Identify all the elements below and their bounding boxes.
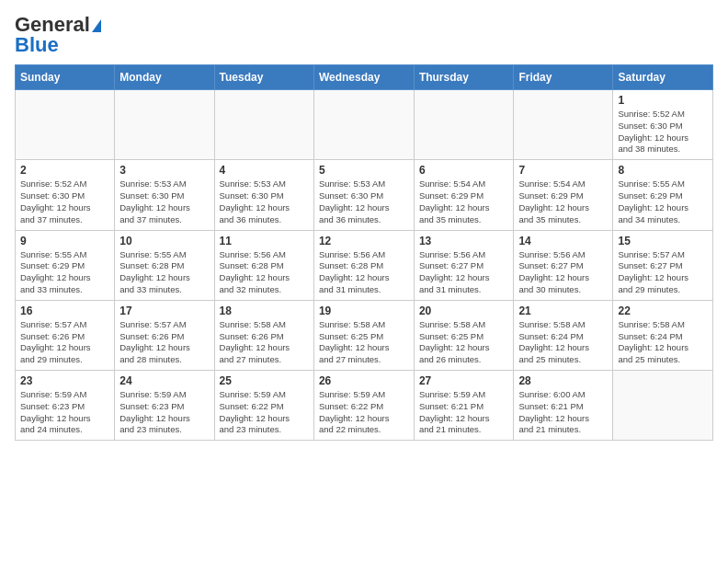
day-info: Sunrise: 5:57 AM Sunset: 6:26 PM Dayligh… [119, 319, 209, 366]
day-cell: 25Sunrise: 5:59 AM Sunset: 6:22 PM Dayli… [214, 371, 313, 441]
day-cell [214, 90, 313, 160]
day-cell: 10Sunrise: 5:55 AM Sunset: 6:28 PM Dayli… [115, 230, 214, 300]
day-number: 21 [518, 304, 608, 317]
day-number: 9 [20, 235, 109, 247]
day-info: Sunrise: 5:56 AM Sunset: 6:27 PM Dayligh… [419, 249, 509, 296]
day-info: Sunrise: 5:59 AM Sunset: 6:23 PM Dayligh… [20, 389, 109, 436]
day-cell: 12Sunrise: 5:56 AM Sunset: 6:28 PM Dayli… [313, 230, 414, 300]
day-cell [514, 90, 613, 160]
day-cell: 6Sunrise: 5:54 AM Sunset: 6:29 PM Daylig… [414, 160, 514, 230]
day-info: Sunrise: 5:59 AM Sunset: 6:23 PM Dayligh… [119, 389, 209, 436]
day-cell: 20Sunrise: 5:58 AM Sunset: 6:25 PM Dayli… [414, 300, 514, 370]
week-row-1: 1Sunrise: 5:52 AM Sunset: 6:30 PM Daylig… [16, 90, 713, 160]
day-info: Sunrise: 5:53 AM Sunset: 6:30 PM Dayligh… [119, 178, 209, 225]
day-info: Sunrise: 5:58 AM Sunset: 6:26 PM Dayligh… [220, 319, 309, 366]
weekday-header-thursday: Thursday [414, 65, 514, 90]
day-cell: 8Sunrise: 5:55 AM Sunset: 6:29 PM Daylig… [613, 160, 713, 230]
day-cell: 28Sunrise: 6:00 AM Sunset: 6:21 PM Dayli… [514, 371, 613, 441]
day-info: Sunrise: 5:58 AM Sunset: 6:24 PM Dayligh… [618, 319, 708, 366]
day-cell: 9Sunrise: 5:55 AM Sunset: 6:29 PM Daylig… [16, 230, 115, 300]
day-info: Sunrise: 5:54 AM Sunset: 6:29 PM Dayligh… [419, 178, 509, 225]
day-number: 27 [419, 374, 509, 387]
day-number: 25 [220, 374, 309, 387]
day-number: 16 [20, 304, 109, 317]
day-info: Sunrise: 5:56 AM Sunset: 6:28 PM Dayligh… [319, 249, 409, 296]
day-cell: 15Sunrise: 5:57 AM Sunset: 6:27 PM Dayli… [613, 230, 713, 300]
day-number: 5 [319, 164, 409, 177]
week-row-5: 23Sunrise: 5:59 AM Sunset: 6:23 PM Dayli… [16, 371, 713, 441]
day-info: Sunrise: 5:56 AM Sunset: 6:27 PM Dayligh… [518, 249, 608, 296]
day-number: 28 [518, 374, 608, 387]
day-cell [16, 90, 115, 160]
week-row-3: 9Sunrise: 5:55 AM Sunset: 6:29 PM Daylig… [16, 230, 713, 300]
day-cell: 5Sunrise: 5:53 AM Sunset: 6:30 PM Daylig… [313, 160, 414, 230]
logo: General Blue [15, 15, 101, 55]
day-info: Sunrise: 5:58 AM Sunset: 6:24 PM Dayligh… [518, 319, 608, 366]
logo-general-text: General [15, 15, 101, 35]
day-info: Sunrise: 6:00 AM Sunset: 6:21 PM Dayligh… [518, 389, 608, 436]
day-number: 19 [319, 304, 409, 317]
day-cell: 1Sunrise: 5:52 AM Sunset: 6:30 PM Daylig… [613, 90, 713, 160]
day-cell [613, 371, 713, 441]
day-info: Sunrise: 5:53 AM Sunset: 6:30 PM Dayligh… [319, 178, 409, 225]
day-info: Sunrise: 5:56 AM Sunset: 6:28 PM Dayligh… [220, 249, 309, 296]
day-cell: 23Sunrise: 5:59 AM Sunset: 6:23 PM Dayli… [16, 371, 115, 441]
day-cell [115, 90, 214, 160]
day-number: 14 [518, 235, 608, 247]
day-cell: 22Sunrise: 5:58 AM Sunset: 6:24 PM Dayli… [613, 300, 713, 370]
day-cell: 26Sunrise: 5:59 AM Sunset: 6:22 PM Dayli… [313, 371, 414, 441]
day-number: 20 [419, 304, 509, 317]
day-cell: 3Sunrise: 5:53 AM Sunset: 6:30 PM Daylig… [115, 160, 214, 230]
weekday-header-tuesday: Tuesday [214, 65, 313, 90]
page-header: General Blue [15, 15, 713, 55]
weekday-header-monday: Monday [115, 65, 214, 90]
logo-triangle-icon [92, 19, 101, 32]
day-number: 11 [220, 235, 309, 247]
day-cell [313, 90, 414, 160]
day-info: Sunrise: 5:57 AM Sunset: 6:27 PM Dayligh… [618, 249, 708, 296]
day-info: Sunrise: 5:58 AM Sunset: 6:25 PM Dayligh… [419, 319, 509, 366]
day-number: 2 [20, 164, 109, 177]
day-info: Sunrise: 5:55 AM Sunset: 6:29 PM Dayligh… [20, 249, 109, 296]
day-cell: 7Sunrise: 5:54 AM Sunset: 6:29 PM Daylig… [514, 160, 613, 230]
day-info: Sunrise: 5:57 AM Sunset: 6:26 PM Dayligh… [20, 319, 109, 366]
day-number: 15 [618, 235, 708, 247]
day-number: 23 [20, 374, 109, 387]
day-number: 7 [518, 164, 608, 177]
week-row-4: 16Sunrise: 5:57 AM Sunset: 6:26 PM Dayli… [16, 300, 713, 370]
day-number: 13 [419, 235, 509, 247]
day-number: 3 [119, 164, 209, 177]
weekday-header-wednesday: Wednesday [313, 65, 414, 90]
day-cell: 19Sunrise: 5:58 AM Sunset: 6:25 PM Dayli… [313, 300, 414, 370]
weekday-header-friday: Friday [514, 65, 613, 90]
day-info: Sunrise: 5:59 AM Sunset: 6:22 PM Dayligh… [319, 389, 409, 436]
day-info: Sunrise: 5:53 AM Sunset: 6:30 PM Dayligh… [220, 178, 309, 225]
day-info: Sunrise: 5:59 AM Sunset: 6:21 PM Dayligh… [419, 389, 509, 436]
day-number: 22 [618, 304, 708, 317]
day-info: Sunrise: 5:52 AM Sunset: 6:30 PM Dayligh… [618, 109, 708, 155]
day-cell: 17Sunrise: 5:57 AM Sunset: 6:26 PM Dayli… [115, 300, 214, 370]
day-cell [414, 90, 514, 160]
day-number: 1 [618, 94, 708, 107]
day-number: 17 [119, 304, 209, 317]
day-cell: 27Sunrise: 5:59 AM Sunset: 6:21 PM Dayli… [414, 371, 514, 441]
day-cell: 14Sunrise: 5:56 AM Sunset: 6:27 PM Dayli… [514, 230, 613, 300]
day-number: 10 [119, 235, 209, 247]
day-number: 4 [220, 164, 309, 177]
weekday-header-sunday: Sunday [16, 65, 115, 90]
day-info: Sunrise: 5:55 AM Sunset: 6:28 PM Dayligh… [119, 249, 209, 296]
day-cell: 2Sunrise: 5:52 AM Sunset: 6:30 PM Daylig… [16, 160, 115, 230]
weekday-header-saturday: Saturday [613, 65, 713, 90]
day-cell: 18Sunrise: 5:58 AM Sunset: 6:26 PM Dayli… [214, 300, 313, 370]
day-number: 24 [119, 374, 209, 387]
day-info: Sunrise: 5:52 AM Sunset: 6:30 PM Dayligh… [20, 178, 109, 225]
day-number: 6 [419, 164, 509, 177]
day-cell: 24Sunrise: 5:59 AM Sunset: 6:23 PM Dayli… [115, 371, 214, 441]
day-number: 26 [319, 374, 409, 387]
day-info: Sunrise: 5:58 AM Sunset: 6:25 PM Dayligh… [319, 319, 409, 366]
day-info: Sunrise: 5:55 AM Sunset: 6:29 PM Dayligh… [618, 178, 708, 225]
day-info: Sunrise: 5:54 AM Sunset: 6:29 PM Dayligh… [518, 178, 608, 225]
day-cell: 21Sunrise: 5:58 AM Sunset: 6:24 PM Dayli… [514, 300, 613, 370]
day-cell: 4Sunrise: 5:53 AM Sunset: 6:30 PM Daylig… [214, 160, 313, 230]
day-number: 12 [319, 235, 409, 247]
